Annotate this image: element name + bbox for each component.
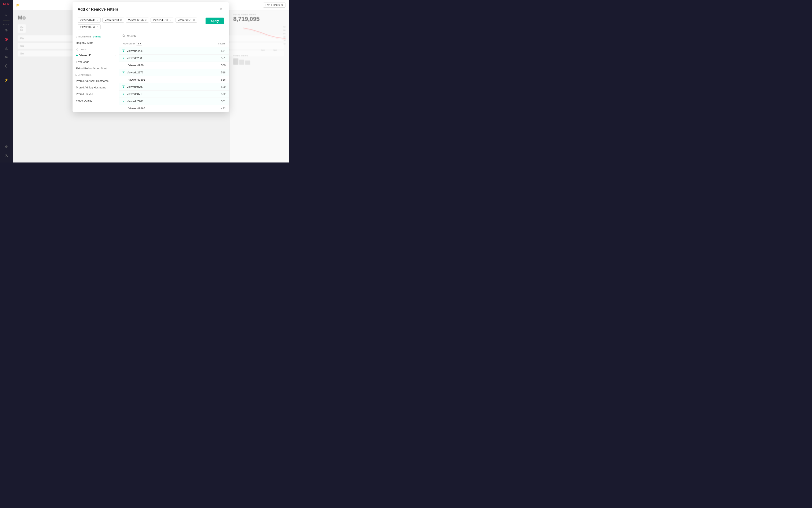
modal-title: Add or Remove Filters [78,7,118,12]
filter-tag-1-remove[interactable]: × [97,18,98,22]
svg-point-4 [76,49,79,50]
dimensions-header: DIMENSIONS 1/4 used [73,35,119,40]
dim-item-error-code[interactable]: Error Code [73,58,119,65]
dim-item-exited-before[interactable]: Exited Before Video Start [73,65,119,72]
dim-item-preroll-played-label: Preroll Played [76,92,93,96]
filter-tag-4-remove[interactable]: × [170,18,172,22]
filter-tag-6[interactable]: ViewerId7708 × [78,24,101,30]
filter-tag-2-label: ViewerId288 [105,18,119,22]
filter-tag-5[interactable]: ViewerId871 × [176,17,197,23]
dim-section-view: VIEW [73,46,119,52]
filter-badge[interactable]: Y ▾ [136,42,142,45]
sidebar-item-user[interactable] [3,152,10,159]
modal-body: DIMENSIONS 1/4 used Region / State VIEW [73,32,229,112]
table-row[interactable]: ViewerId7708 501 [119,98,229,105]
dim-item-preroll-tag-label: Preroll Ad Tag Hostname [76,86,106,89]
sidebar-item-lightning[interactable]: ⚡ [3,76,10,84]
svg-point-3 [6,154,7,156]
col-views-label: VIEWS [218,43,226,45]
apply-button[interactable]: Apply [206,17,224,24]
row-name: ViewerId3391 [128,78,221,81]
row-views: 492 [221,107,226,110]
svg-point-5 [77,49,78,50]
table-row[interactable]: ViewerId3391 516 [119,76,229,83]
dim-item-viewer-id-dot [76,54,78,56]
row-views: 501 [221,100,226,103]
filter-tags-row: ViewerId4448 × ViewerId288 × ViewerId217… [78,17,204,30]
sidebar-item-notifications[interactable] [3,62,10,70]
dim-item-video-quality-label: Video Quality [76,99,92,102]
table-row[interactable]: ViewerId871 502 [119,91,229,98]
sidebar-item-home[interactable]: ⌂ [3,11,10,18]
search-bar [119,32,229,40]
row-name: ViewerId2176 [127,71,221,74]
dim-item-preroll-tag[interactable]: Preroll Ad Tag Hostname [73,84,119,91]
dim-item-viewer-id[interactable]: Viewer ID › [73,52,119,58]
filter-badge-arrow: ▾ [140,43,141,45]
dim-item-viewer-id-arrow: › [115,54,116,57]
dimensions-used: 1/4 used [93,36,101,38]
sidebar-item-analytics[interactable] [3,36,10,43]
preroll-section-icon: AD [76,74,79,77]
filter-tag-4-label: ViewerId9790 [153,18,168,22]
sidebar-divider-1 [3,20,9,20]
svg-point-1 [5,56,7,58]
svg-point-2 [6,57,7,57]
svg-line-7 [125,36,125,37]
filter-tag-4[interactable]: ViewerId9790 × [150,17,174,23]
filter-tag-5-label: ViewerId871 [178,18,192,22]
table-row[interactable]: ViewerId2176 518 [119,69,229,76]
row-filter-icon [123,100,125,102]
sidebar-item-pulse[interactable] [3,27,10,34]
data-rows-container: ViewerId4448 551 ViewerId288 551 [119,47,229,112]
row-views: 516 [221,78,226,81]
filter-tags-area: ViewerId4448 × ViewerId288 × ViewerId217… [73,15,229,32]
dimensions-label: DIMENSIONS [76,36,91,38]
row-filter-icon [123,93,125,95]
row-name: ViewerId9966 [128,107,221,110]
sidebar-section-data: /DATA [3,24,9,26]
filter-tag-3-remove[interactable]: × [145,18,146,22]
dim-section-preroll: AD PREROLL [73,72,119,78]
dim-section-view-label: VIEW [81,48,87,51]
filter-tag-2[interactable]: ViewerId288 × [102,17,124,23]
modal-header: Add or Remove Filters × [73,2,229,15]
row-name: ViewerId871 [127,92,221,96]
filter-tag-2-remove[interactable]: × [120,18,122,22]
filter-tag-3-label: ViewerId2176 [128,18,144,22]
table-row[interactable]: ViewerId288 551 [119,54,229,62]
data-pane: VIEWER ID Y ▾ VIEWS [119,32,229,112]
search-input[interactable] [127,35,226,38]
dim-item-region[interactable]: Region / State [73,40,119,46]
dim-item-viewer-id-label: Viewer ID [79,54,91,57]
table-row[interactable]: ViewerId926 550 [119,62,229,69]
dim-item-exited-before-label: Exited Before Video Start [76,67,107,70]
dim-item-preroll-hostname-label: Preroll Ad Asset Hostname [76,79,109,83]
filter-tag-3[interactable]: ViewerId2176 × [126,17,149,23]
sidebar-item-alerts[interactable]: ⚠ [3,44,10,52]
table-row[interactable]: ViewerId4448 551 [119,47,229,54]
table-row[interactable]: ViewerId9790 509 [119,83,229,91]
sidebar: MUX ⌂ /DATA ⚠ ⚡ ⚙ [0,0,13,163]
app-logo[interactable]: MUX [3,3,9,6]
row-name: ViewerId7708 [127,100,221,103]
col-viewer-id-header: VIEWER ID Y ▾ [123,42,218,45]
row-name: ViewerId926 [128,64,221,67]
row-views: 509 [221,85,226,88]
dim-item-preroll-hostname[interactable]: Preroll Ad Asset Hostname [73,78,119,84]
filter-badge-icon: Y [138,43,139,45]
dim-item-preroll-played[interactable]: Preroll Played [73,91,119,97]
sidebar-item-settings[interactable]: ⚙ [3,143,10,151]
modal-close-button[interactable]: × [218,6,224,12]
filter-tag-6-remove[interactable]: × [97,26,98,28]
table-row[interactable]: ViewerId9966 492 [119,105,229,112]
filter-tag-5-remove[interactable]: × [193,18,195,22]
filter-tag-1[interactable]: ViewerId4448 × [78,17,101,23]
data-table-header: VIEWER ID Y ▾ VIEWS [119,40,229,47]
dim-item-video-quality[interactable]: Video Quality [73,97,119,104]
row-filter-icon [123,85,125,88]
row-views: 551 [221,56,226,60]
svg-point-6 [123,35,125,37]
filter-modal: Add or Remove Filters × ViewerId4448 × V… [73,2,229,112]
sidebar-item-monitor[interactable] [3,53,10,61]
